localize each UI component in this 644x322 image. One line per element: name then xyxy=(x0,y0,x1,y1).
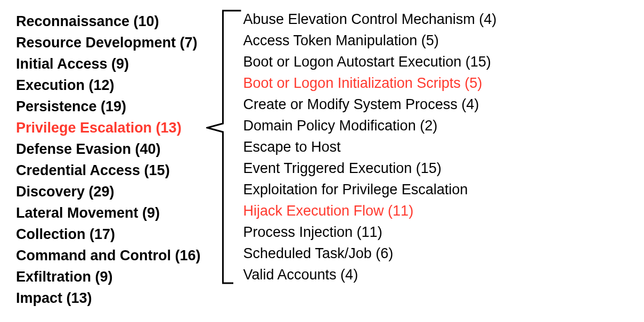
technique-item[interactable]: Create or Modify System Process (4) xyxy=(243,94,497,115)
technique-item[interactable]: Escape to Host xyxy=(243,136,497,158)
technique-item[interactable]: Boot or Logon Autostart Execution (15) xyxy=(243,51,497,72)
technique-item[interactable]: Scheduled Task/Job (6) xyxy=(243,243,497,264)
tactic-item[interactable]: Reconnaissance (10) xyxy=(16,11,201,32)
tactics-list: Reconnaissance (10)Resource Development … xyxy=(16,11,201,309)
techniques-list: Abuse Elevation Control Mechanism (4)Acc… xyxy=(243,9,497,285)
tactic-item[interactable]: Command and Control (16) xyxy=(16,245,201,266)
tactic-item[interactable]: Execution (12) xyxy=(16,75,201,96)
expansion-bracket xyxy=(206,5,243,288)
technique-item[interactable]: Exploitation for Privilege Escalation xyxy=(243,179,497,200)
tactic-item[interactable]: Discovery (29) xyxy=(16,181,201,202)
technique-item[interactable]: Event Triggered Execution (15) xyxy=(243,158,497,179)
technique-item[interactable]: Hijack Execution Flow (11) xyxy=(243,200,497,221)
tactic-item[interactable]: Defense Evasion (40) xyxy=(16,138,201,160)
tactic-item[interactable]: Lateral Movement (9) xyxy=(16,202,201,224)
technique-item[interactable]: Process Injection (11) xyxy=(243,221,497,243)
tactic-item[interactable]: Impact (13) xyxy=(16,287,201,309)
technique-item[interactable]: Abuse Elevation Control Mechanism (4) xyxy=(243,9,497,30)
tactic-item[interactable]: Exfiltration (9) xyxy=(16,266,201,287)
tactic-item[interactable]: Collection (17) xyxy=(16,224,201,245)
tactic-item[interactable]: Persistence (19) xyxy=(16,96,201,117)
tactic-item[interactable]: Resource Development (7) xyxy=(16,32,201,53)
technique-item[interactable]: Domain Policy Modification (2) xyxy=(243,115,497,136)
technique-item[interactable]: Boot or Logon Initialization Scripts (5) xyxy=(243,72,497,94)
technique-item[interactable]: Valid Accounts (4) xyxy=(243,264,497,285)
technique-item[interactable]: Access Token Manipulation (5) xyxy=(243,30,497,51)
tactic-item[interactable]: Privilege Escalation (13) xyxy=(16,117,201,138)
tactic-item[interactable]: Initial Access (9) xyxy=(16,53,201,75)
tactic-item[interactable]: Credential Access (15) xyxy=(16,160,201,181)
